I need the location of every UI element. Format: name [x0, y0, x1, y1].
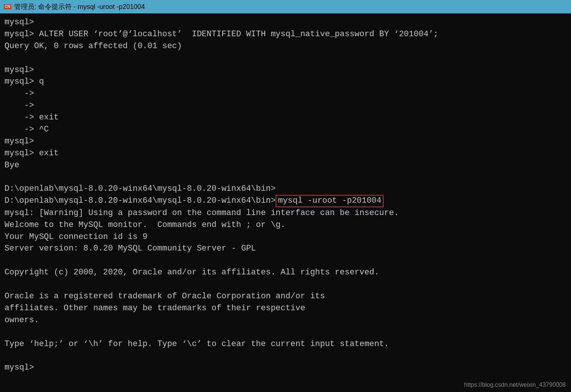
line-24: Oracle is a registered trademark of Orac… [4, 290, 567, 302]
line-22: Copyright (c) 2000, 2020, Oracle and/or … [4, 267, 567, 279]
line-7: -> [4, 88, 567, 100]
line-3: Query OK, 0 rows affected (0.01 sec) [4, 40, 567, 52]
line-12: mysql> exit [4, 147, 567, 159]
line-8: -> [4, 100, 567, 112]
line-15: D:\openlab\mysql-8.0.20-winx64\mysql-8.0… [4, 183, 567, 195]
line-4 [4, 52, 567, 64]
line-21 [4, 255, 567, 267]
line-16: D:\openlab\mysql-8.0.20-winx64\mysql-8.0… [4, 195, 567, 207]
line-20: Server version: 8.0.20 MySQL Community S… [4, 243, 567, 255]
line-25: affiliates. Other names may be trademark… [4, 302, 567, 314]
line-1: mysql> [4, 16, 567, 28]
line-23 [4, 279, 567, 290]
terminal-body[interactable]: mysql> mysql> ALTER USER ‘root’@‘localho… [0, 13, 571, 392]
line-11: mysql> [4, 136, 567, 147]
title-bar-text: 管理员: 命令提示符 - mysql -uroot -p201004 [14, 2, 145, 11]
line-28: Type ‘help;’ or ‘\h’ for help. Type ‘\c’… [4, 338, 567, 350]
title-bar-icon: CN [4, 4, 11, 9]
line-14 [4, 171, 567, 183]
line-6: mysql> q [4, 76, 567, 88]
line-19: Your MySQL connection id is 9 [4, 231, 567, 243]
line-9: -> exit [4, 112, 567, 124]
watermark: https://blog.csdn.net/weixin_43790008 [464, 382, 566, 388]
line-29 [4, 350, 567, 362]
highlighted-command: mysql -uroot -p201004 [276, 195, 384, 207]
line-26: owners. [4, 314, 567, 326]
line-17: mysql: [Warning] Using a password on the… [4, 207, 567, 219]
line-30: mysql> [4, 362, 567, 374]
line-27 [4, 326, 567, 338]
line-18: Welcome to the MySQL monitor. Commands e… [4, 219, 567, 231]
line-10: -> ^C [4, 124, 567, 136]
line-5: mysql> [4, 64, 567, 76]
title-bar: CN 管理员: 命令提示符 - mysql -uroot -p201004 [0, 0, 571, 13]
line-13: Bye [4, 159, 567, 171]
line-2: mysql> ALTER USER ‘root’@‘localhost’ IDE… [4, 28, 567, 40]
